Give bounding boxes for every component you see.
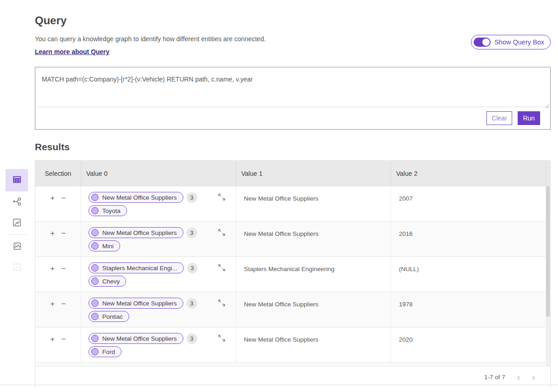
value2-cell: 2016 [391,222,546,256]
next-page-icon[interactable]: › [532,372,535,381]
entity-pill[interactable]: Pontiac [88,311,129,322]
query-input[interactable]: MATCH path=(c:Company)-[r*2]-(v:Vehicle)… [35,67,550,107]
sidebar-item-map-view[interactable] [6,236,28,257]
path-line: Staplers Mechanical Engi... 3 [88,262,236,273]
value1-cell: Staplers Mechanical Engineering [236,257,391,292]
entity-pill[interactable]: Toyota [88,205,127,216]
intro-text-block: You can query a knowledge graph to ident… [35,35,266,56]
sidebar-item-graph-view[interactable] [6,191,28,212]
column-header-value1: Value 1 [236,161,391,186]
intro-row: You can query a knowledge graph to ident… [35,35,551,56]
learn-more-link[interactable]: Learn more about Query [35,48,110,55]
remove-selection-button[interactable]: − [61,300,66,308]
table-footer: 1-7 of 7 ‹ › [35,366,550,387]
clear-button[interactable]: Clear [486,111,512,125]
sidebar-item-table-view[interactable] [6,169,28,191]
sidebar-item-chart-view[interactable] [6,212,28,234]
path-line: New Metal Office Suppliers 3 [88,333,236,344]
node-icon [91,264,99,272]
textarea-resize-grip-icon[interactable] [544,102,549,106]
value2-cell: 2007 [391,186,546,221]
path-line: New Metal Office Suppliers 3 [88,227,236,238]
query-panel: MATCH path=(c:Company)-[r*2]-(v:Vehicle)… [35,67,551,130]
page-description: You can query a knowledge graph to ident… [35,35,266,44]
map-view-icon [12,241,22,252]
path-line: Ford [88,346,236,357]
pagination-range: 1-7 of 7 [484,374,505,381]
value2-cell: 2020 [391,327,546,362]
table-row: + − New Metal Office Suppliers 3 [35,327,550,362]
value0-cell: New Metal Office Suppliers 3 Ford [81,327,236,362]
selection-cell: + − [35,327,81,362]
value1-cell: New Metal Office Suppliers [236,222,391,256]
remove-selection-button[interactable]: − [61,265,66,272]
rail-divider [7,234,27,235]
remove-selection-button[interactable]: − [61,229,66,237]
previous-page-icon[interactable]: ‹ [517,372,520,381]
show-query-box-toggle[interactable]: Show Query Box [471,35,551,49]
value1-cell: New Metal Office Suppliers [236,186,391,221]
expand-path-icon[interactable] [218,299,226,307]
value0-cell: New Metal Office Suppliers 3 Pontiac [81,292,236,327]
toggle-knob [482,38,490,46]
value0-cell: New Metal Office Suppliers 3 Mini [81,222,236,256]
remove-selection-button[interactable]: − [61,194,66,202]
value1-cell: New Metal Office Suppliers [236,327,391,362]
column-header-value2: Value 2 [391,161,546,186]
entity-pill[interactable]: Staplers Mechanical Engi... [88,262,184,273]
expand-path-icon[interactable] [218,229,226,236]
graph-view-icon [12,196,22,208]
node-icon [91,278,99,285]
node-icon [91,313,99,320]
path-count-badge: 3 [187,192,197,203]
entity-pill[interactable]: New Metal Office Suppliers [88,333,183,344]
sidebar-item-widget-view[interactable] [6,257,28,278]
path-count-badge: 3 [187,228,197,238]
path-line: New Metal Office Suppliers 3 [88,298,236,309]
expand-path-icon[interactable] [218,334,226,342]
table-row: + − New Metal Office Suppliers 3 [35,292,550,327]
table-body: + − New Metal Office Suppliers 3 [35,186,550,362]
node-icon [91,335,99,342]
value0-cell: Staplers Mechanical Engi... 3 Chevy [81,257,236,292]
path-count-badge: 3 [187,333,197,344]
run-button[interactable]: Run [518,111,540,125]
node-icon [91,207,99,214]
toggle-label: Show Query Box [494,38,544,46]
column-header-selection: Selection [35,161,81,186]
entity-pill[interactable]: Chevy [88,276,126,287]
add-selection-button[interactable]: + [50,229,55,237]
entity-pill[interactable]: New Metal Office Suppliers [88,227,183,238]
path-line: Toyota [88,205,236,216]
toggle-switch-icon [474,38,491,47]
selection-cell: + − [35,292,81,327]
value0-cell: New Metal Office Suppliers 3 Toyota [81,186,236,221]
add-selection-button[interactable]: + [50,194,55,202]
selection-cell: + − [35,257,81,292]
add-selection-button[interactable]: + [50,335,55,343]
node-icon [91,242,99,250]
entity-pill[interactable]: Mini [88,240,120,251]
entity-pill[interactable]: Ford [88,346,122,357]
node-icon [91,194,99,201]
scrollbar-thumb[interactable] [546,186,550,317]
path-line: Chevy [88,276,236,287]
add-selection-button[interactable]: + [50,265,55,272]
path-line: Mini [88,240,236,251]
path-count-badge: 3 [187,263,198,273]
add-selection-button[interactable]: + [50,300,55,308]
value2-cell: 1978 [391,292,546,327]
expand-path-icon[interactable] [218,193,226,201]
results-title: Results [35,142,551,152]
entity-pill[interactable]: New Metal Office Suppliers [88,298,183,309]
chart-view-icon [12,218,22,229]
entity-pill[interactable]: New Metal Office Suppliers [88,192,183,203]
node-icon [91,348,99,355]
column-header-spacer [546,161,551,186]
partial-row [35,362,550,366]
table-row: + − New Metal Office Suppliers 3 [35,186,550,221]
expand-path-icon[interactable] [218,264,226,272]
value2-cell: (NULL) [391,257,546,292]
remove-selection-button[interactable]: − [61,335,66,343]
table-row: + − New Metal Office Suppliers 3 [35,221,550,256]
